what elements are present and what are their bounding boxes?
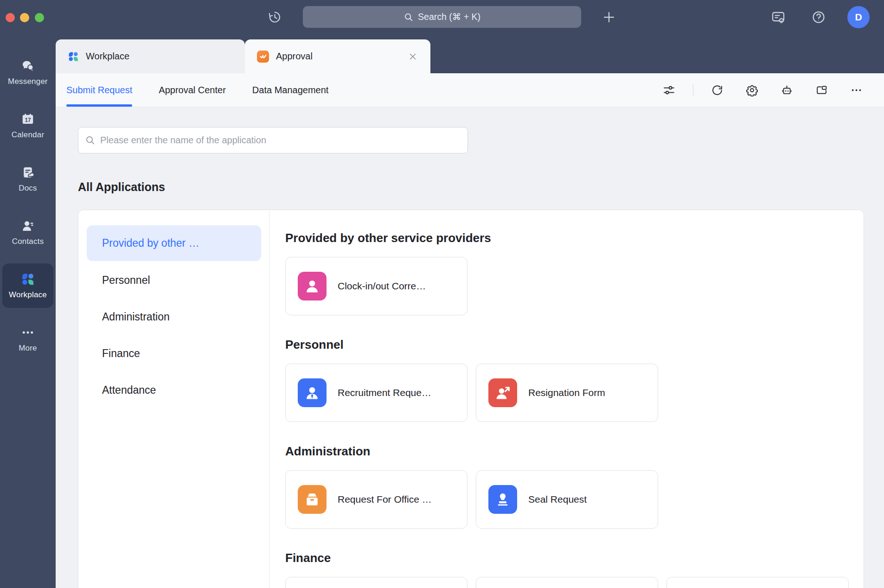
approval-nav: Submit Request Approval Center Data Mana… (56, 73, 328, 107)
sidebar-item-contacts[interactable]: Contacts (0, 210, 56, 255)
tab-strip: Workplace Approval (56, 39, 884, 73)
workspace: Workplace Approval (56, 0, 884, 588)
sidebar: Messenger 17 Calendar Docs (0, 39, 56, 588)
workplace-tab-icon (68, 51, 79, 62)
calendar-day-number: 17 (25, 116, 31, 123)
sidebar-item-calendar[interactable]: 17 Calendar (0, 103, 56, 148)
app-card-label: Request For Office … (338, 494, 432, 505)
app-card[interactable] (666, 577, 849, 588)
sidebar-item-label: Docs (19, 184, 37, 193)
tab-close-icon[interactable] (407, 51, 418, 62)
app-card-label: Recruitment Reque… (338, 387, 431, 398)
app-card-label: Clock-in/out Corre… (338, 281, 426, 292)
nav-submit-request[interactable]: Submit Request (66, 73, 132, 107)
sidebar-item-label: Contacts (12, 237, 44, 246)
all-applications-heading: All Applications (78, 180, 165, 194)
sidebar-item-label: Calendar (12, 130, 45, 140)
category-personnel[interactable]: Personnel (78, 262, 269, 299)
more-actions-icon[interactable] (850, 84, 863, 96)
popout-window-icon[interactable] (815, 84, 828, 96)
app-search-field[interactable] (78, 127, 468, 153)
section-title: Provided by other service providers (285, 231, 864, 245)
search-icon (85, 135, 96, 146)
stamp-icon (488, 485, 517, 514)
section-provided-by-other: Provided by other service providers Cloc… (285, 231, 864, 315)
section-title: Personnel (285, 338, 864, 352)
nav-data-management[interactable]: Data Management (252, 73, 329, 107)
section-administration: Administration Reques (285, 444, 864, 529)
app-card-label: Seal Request (528, 494, 587, 505)
sidebar-item-label: Messenger (8, 77, 48, 86)
category-attendance[interactable]: Attendance (78, 372, 269, 409)
tab-approval[interactable]: Approval (245, 39, 430, 73)
app-search-input[interactable] (99, 134, 461, 146)
sidebar-item-more[interactable]: More (0, 317, 56, 361)
category-list: Provided by other … Personnel Administra… (78, 210, 269, 588)
filter-sliders-icon[interactable] (663, 84, 675, 96)
refresh-icon[interactable] (711, 84, 724, 96)
calendar-icon: 17 (21, 112, 35, 126)
sidebar-item-label: More (19, 344, 37, 353)
app-card-clock-in-out[interactable]: Clock-in/out Corre… (285, 257, 468, 315)
sidebar-item-messenger[interactable]: Messenger (0, 50, 56, 95)
toolbar-divider (693, 84, 693, 96)
category-administration[interactable]: Administration (78, 299, 269, 335)
docs-icon (21, 166, 35, 179)
person-icon (298, 272, 327, 300)
person-tie-icon (298, 378, 327, 407)
app-card[interactable] (476, 577, 658, 588)
tab-workplace[interactable]: Workplace (56, 39, 245, 73)
window-close-button[interactable] (6, 13, 15, 22)
approval-app-icon (257, 51, 269, 63)
category-provided-by-other[interactable]: Provided by other … (87, 225, 261, 261)
section-title: Finance (285, 551, 864, 565)
app-card[interactable] (285, 577, 468, 588)
window-minimize-button[interactable] (20, 13, 29, 22)
sidebar-item-docs[interactable]: Docs (0, 157, 56, 201)
app-card-office-supplies[interactable]: Request For Office … (285, 470, 468, 529)
sidebar-item-label: Workplace (9, 290, 47, 300)
sidebar-item-workplace[interactable]: Workplace (2, 263, 53, 308)
window-zoom-button[interactable] (35, 13, 44, 22)
messenger-icon (21, 59, 35, 73)
applications-list: Provided by other service providers Cloc… (269, 210, 864, 588)
tab-label: Approval (276, 51, 313, 62)
tab-label: Workplace (86, 51, 129, 62)
app-card-seal-request[interactable]: Seal Request (476, 470, 658, 529)
bot-icon[interactable] (781, 84, 793, 96)
approval-toolbar: Submit Request Approval Center Data Mana… (56, 73, 884, 107)
workplace-icon (21, 272, 35, 286)
app-card-resignation[interactable]: Resignation Form (476, 364, 658, 422)
more-icon (21, 326, 35, 339)
lark-app-window: Search (⌘ + K) D (0, 0, 884, 588)
settings-gear-icon[interactable] (746, 84, 758, 96)
category-finance[interactable]: Finance (78, 335, 269, 372)
contacts-icon (21, 219, 35, 233)
submit-request-content: All Applications Provided by other … Per… (56, 107, 884, 588)
section-finance: Finance (285, 551, 864, 588)
person-arrow-icon (488, 378, 517, 407)
supplies-box-icon (298, 485, 327, 514)
section-title: Administration (285, 444, 864, 459)
nav-approval-center[interactable]: Approval Center (159, 73, 226, 107)
applications-panel: Provided by other … Personnel Administra… (78, 210, 864, 588)
toolbar-actions (663, 84, 884, 96)
section-personnel: Personnel Recruitment (285, 338, 864, 422)
app-card-recruitment[interactable]: Recruitment Reque… (285, 364, 468, 422)
app-card-label: Resignation Form (528, 387, 605, 398)
